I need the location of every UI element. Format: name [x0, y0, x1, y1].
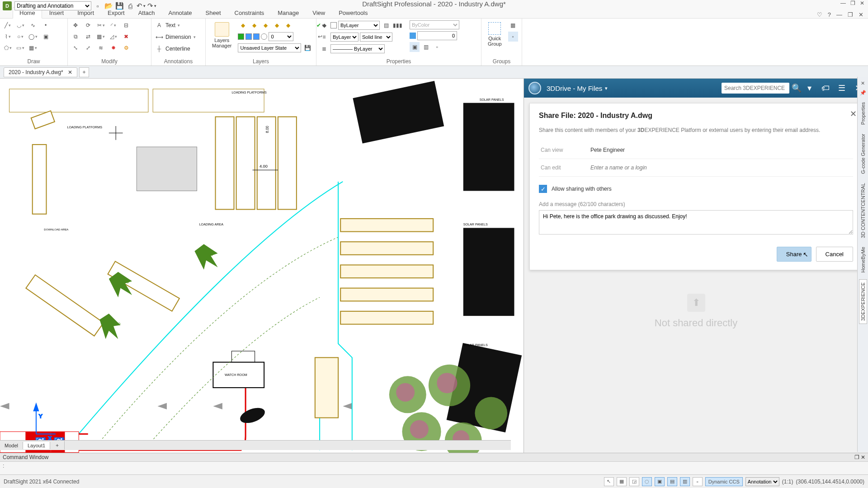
layer-lock-icon[interactable] — [253, 33, 259, 40]
allow-sharing-checkbox[interactable]: ✓ — [539, 185, 547, 193]
explode-icon[interactable]: ✸ — [108, 43, 118, 53]
split-icon[interactable]: ⊟ — [121, 20, 131, 30]
linestyle-select[interactable]: Solid line — [360, 33, 392, 42]
doc-tab[interactable]: 2020 - Industry A.dwg* ✕ — [4, 67, 77, 77]
add-tab-button[interactable]: ＋ — [79, 67, 89, 77]
match-props-icon[interactable]: ▤ — [381, 20, 391, 30]
layer-state-select[interactable]: Unsaved Layer State — [238, 43, 301, 52]
fillet-icon[interactable]: ◜▾ — [108, 20, 118, 30]
prop-icon3[interactable]: ▫ — [432, 42, 442, 52]
tab-annotate[interactable]: Annotate — [162, 8, 198, 18]
sidepanel-close-icon[interactable]: ✕ — [861, 80, 865, 86]
side-tab-properties[interactable]: Properties — [859, 99, 867, 127]
line-tool-icon[interactable]: ╱▾ — [3, 20, 13, 30]
delete-icon[interactable]: ✖ — [121, 32, 131, 42]
color-swatch[interactable] — [330, 22, 337, 28]
layer-state-save-icon[interactable]: 💾 — [302, 43, 312, 53]
ungroup-icon[interactable]: ▫ — [508, 32, 518, 42]
maximize-icon[interactable]: ❐ — [850, 0, 855, 6]
search-dropdown-icon[interactable]: ▾ — [804, 83, 815, 94]
grid-icon[interactable]: ▦ — [617, 477, 627, 486]
centerline-tool-icon[interactable]: ┼ — [154, 44, 164, 54]
search-icon[interactable]: 🔍 — [791, 83, 802, 94]
layer-icon1[interactable]: ◆ — [238, 20, 248, 30]
layer-on-icon[interactable] — [238, 33, 244, 40]
polyline-tool-icon[interactable]: ⌇▾ — [3, 32, 13, 42]
side-tab-contentcentral[interactable]: 3D CONTENTCENTRAL — [859, 180, 867, 241]
redo-icon[interactable]: ↷▾ — [148, 2, 156, 9]
tab-sheet[interactable]: Sheet — [199, 8, 227, 18]
undo-icon[interactable]: ↶▾ — [137, 2, 145, 9]
region-tool-icon[interactable]: ▣ — [41, 32, 51, 42]
tag-icon[interactable]: 🏷 — [820, 83, 831, 94]
mirror-icon[interactable]: ⇄ — [83, 32, 93, 42]
lineweight-select[interactable]: ———— ByLayer — [330, 44, 385, 53]
linetype-icon[interactable]: ≡ — [319, 32, 329, 42]
prop-icon1[interactable]: ▣ — [410, 42, 420, 52]
save-icon[interactable]: 💾 — [116, 2, 123, 9]
chamfer-icon[interactable]: ◿▾ — [108, 32, 118, 42]
layer-icon3[interactable]: ◆ — [260, 20, 270, 30]
compass-icon[interactable] — [528, 82, 541, 94]
move-icon[interactable]: ✥ — [71, 20, 80, 30]
scale-icon[interactable]: ⤢ — [83, 43, 93, 53]
layer-icon2[interactable]: ◆ — [249, 20, 259, 30]
dynamic-ccs-button[interactable]: Dynamic CCS — [705, 477, 743, 486]
active-layer-select[interactable]: 0 — [269, 32, 293, 41]
layer-icon4[interactable]: ◆ — [272, 20, 282, 30]
layer-freeze-icon[interactable] — [245, 33, 252, 40]
color-select[interactable]: ByLayer — [338, 21, 380, 30]
drive-title[interactable]: 3DDrive - My Files▾ — [547, 84, 608, 92]
quick-group-button[interactable]: Quick Group — [484, 20, 505, 48]
circle-tool-icon[interactable]: ○▾ — [15, 32, 25, 42]
side-tab-homebyme[interactable]: HomeByMe — [859, 244, 867, 275]
drawing-canvas[interactable]: ♿ ♿ LOADING PLATFORMS LOADING AREA LOADI… — [0, 79, 524, 474]
dyn-icon[interactable]: ▫ — [693, 477, 703, 486]
prop-icon2[interactable]: ▥ — [421, 42, 431, 52]
model-tab[interactable]: Model — [0, 442, 23, 449]
tab-powertools[interactable]: Powertools — [332, 8, 374, 18]
search-input[interactable] — [722, 83, 789, 94]
favorite-icon[interactable]: ♡ — [817, 11, 822, 18]
print-icon[interactable]: ⎙ — [127, 2, 134, 9]
cmd-close-icon[interactable]: ✕ — [861, 454, 865, 460]
otrack-icon[interactable]: ▤ — [667, 477, 677, 486]
side-tab-3dexperience[interactable]: 3DEXPERIENCE — [859, 279, 867, 324]
annotation-scale-select[interactable]: Annotation — [745, 477, 779, 486]
share-button[interactable]: Share↖ — [777, 247, 811, 262]
linetype-select[interactable]: ByLayer — [330, 33, 359, 42]
copy-icon[interactable]: ⧉ — [71, 32, 80, 42]
message-textarea[interactable] — [539, 210, 853, 235]
layer-icon5[interactable]: ◆ — [283, 20, 293, 30]
sidepanel-pin-icon[interactable]: 📌 — [860, 90, 866, 96]
color-icon[interactable]: ◆ — [319, 20, 329, 30]
layers-manager-button[interactable]: Layers Manager — [208, 20, 235, 50]
lineweight-icon[interactable]: ≣ — [319, 44, 329, 54]
ribbon-close-icon[interactable]: ✕ — [859, 11, 863, 18]
dimension-tool-icon[interactable]: ⟷ — [154, 32, 164, 42]
ribbon-min-icon[interactable]: — — [836, 11, 842, 18]
color-bars-icon[interactable]: ▮▮▮ — [392, 20, 402, 30]
snap-cursor-icon[interactable]: ↖ — [604, 477, 614, 486]
add-layout-tab[interactable]: ＋ — [50, 441, 65, 450]
stretch-icon[interactable]: ⤡ — [71, 43, 80, 53]
polar-icon[interactable]: ◌ — [642, 477, 652, 486]
minimize-icon[interactable]: — — [840, 0, 846, 6]
layout1-tab[interactable]: Layout1 — [23, 442, 50, 449]
arc-tool-icon[interactable]: ◡▾ — [15, 20, 25, 30]
lwt-icon[interactable]: ▥ — [680, 477, 690, 486]
cmd-min-icon[interactable]: ❐ — [854, 454, 859, 460]
open-file-icon[interactable]: 📂 — [105, 2, 112, 9]
layer-color-icon[interactable] — [261, 33, 267, 40]
ribbon-max-icon[interactable]: ❐ — [848, 11, 853, 18]
help-icon[interactable]: ? — [828, 11, 831, 18]
side-tab-gcode[interactable]: G-code Generator — [859, 131, 867, 177]
cancel-button[interactable]: Cancel — [816, 247, 853, 262]
workspace-selector[interactable]: Drafting and Annotation — [14, 1, 91, 10]
command-input[interactable]: : — [0, 462, 868, 470]
offset-icon[interactable]: ≋ — [96, 43, 106, 53]
dialog-close-icon[interactable]: ✕ — [850, 109, 857, 119]
new-file-icon[interactable]: ▫ — [94, 2, 101, 9]
polygon-tool-icon[interactable]: ⬠▾ — [3, 43, 13, 53]
gear-icon[interactable]: ⚙ — [121, 43, 131, 53]
